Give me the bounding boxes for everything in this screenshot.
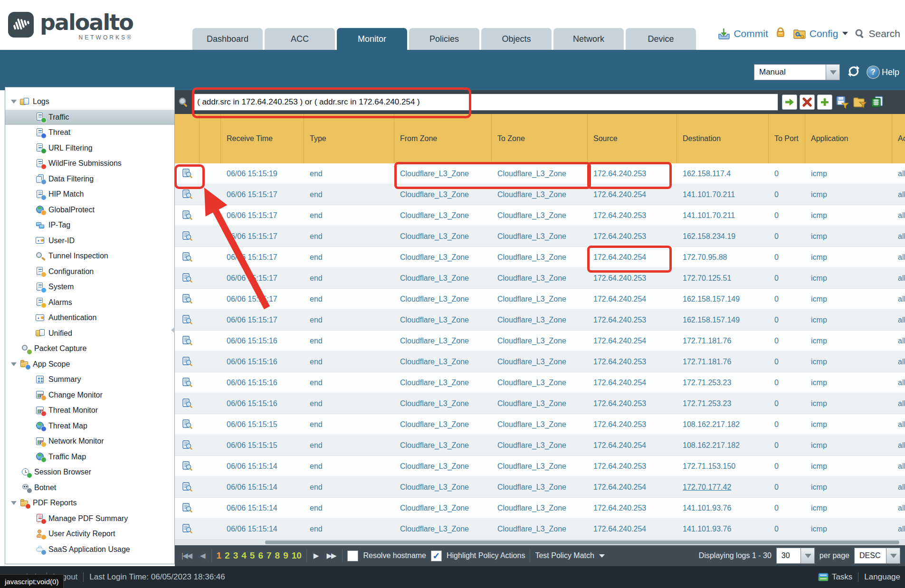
source-link[interactable]: 172.64.240.253	[593, 274, 646, 283]
sidebar-item-change-monitor[interactable]: Change Monitor	[5, 388, 174, 403]
application-link[interactable]: icmp	[811, 379, 827, 387]
page-number-5[interactable]: 5	[250, 550, 255, 561]
log-detail-button[interactable]	[182, 503, 192, 513]
destination-link[interactable]: 172.70.95.88	[683, 253, 727, 262]
application-link[interactable]: icmp	[811, 337, 827, 345]
first-page-button[interactable]: |◀◀	[180, 550, 193, 561]
tab-acc[interactable]: ACC	[265, 28, 335, 50]
action-link[interactable]: allow	[898, 399, 905, 408]
next-page-button[interactable]: ▶	[312, 550, 320, 561]
from-zone-link[interactable]: Cloudflare_L3_Zone	[400, 295, 469, 303]
application-link[interactable]: icmp	[811, 358, 827, 366]
config-menu-button[interactable]: Config	[793, 28, 848, 39]
lock-icon[interactable]	[775, 27, 786, 40]
application-link[interactable]: icmp	[811, 232, 827, 241]
page-number-3[interactable]: 3	[233, 550, 238, 561]
tab-policies[interactable]: Policies	[409, 28, 479, 50]
to-port-link[interactable]: 0	[774, 358, 779, 366]
refresh-mode-select[interactable]: Manual	[754, 64, 840, 80]
log-detail-button[interactable]	[182, 398, 192, 408]
to-port-link[interactable]: 0	[774, 274, 779, 283]
sidebar-item-user-id[interactable]: User-ID	[5, 233, 174, 249]
sidebar-item-manage-pdf-summary[interactable]: Manage PDF Summary	[5, 511, 174, 527]
source-link[interactable]: 172.64.240.253	[593, 420, 646, 429]
application-link[interactable]: icmp	[811, 504, 827, 512]
application-link[interactable]: icmp	[811, 211, 827, 220]
destination-link[interactable]: 162.158.234.19	[683, 232, 735, 241]
from-zone-link[interactable]: Cloudflare_L3_Zone	[400, 504, 469, 512]
to-port-link[interactable]: 0	[774, 316, 779, 324]
destination-link[interactable]: 162.158.157.149	[683, 316, 740, 324]
sort-order-caret[interactable]	[886, 548, 900, 564]
tab-network[interactable]: Network	[553, 28, 624, 50]
log-detail-button[interactable]	[182, 210, 192, 220]
source-link[interactable]: 172.64.240.254	[593, 441, 646, 450]
sidebar-item-botnet[interactable]: Botnet	[5, 480, 174, 496]
column-header-destination[interactable]: Destination	[677, 114, 769, 163]
source-link[interactable]: 172.64.240.254	[593, 483, 646, 492]
source-link[interactable]: 172.64.240.254	[593, 295, 646, 303]
application-link[interactable]: icmp	[811, 316, 827, 324]
destination-link[interactable]: 108.162.217.182	[683, 441, 740, 450]
destination-link[interactable]: 172.71.253.23	[683, 379, 731, 387]
to-zone-link[interactable]: Cloudflare_L3_Zone	[497, 253, 566, 262]
to-zone-link[interactable]: Cloudflare_L3_Zone	[497, 462, 566, 471]
sidebar-item-logs[interactable]: Logs	[5, 94, 174, 110]
sidebar-item-saas-application-usage[interactable]: SaaS Application Usage	[5, 542, 174, 558]
to-zone-link[interactable]: Cloudflare_L3_Zone	[497, 274, 566, 283]
log-detail-button[interactable]	[182, 190, 192, 199]
sidebar-item-system[interactable]: System	[5, 279, 174, 295]
column-header-to-zone[interactable]: To Zone	[492, 114, 588, 163]
resolve-hostname-checkbox[interactable]	[347, 550, 358, 561]
to-zone-link[interactable]: Cloudflare_L3_Zone	[497, 379, 566, 387]
source-link[interactable]: 172.64.240.254	[593, 379, 646, 387]
page-number-10[interactable]: 10	[292, 550, 302, 561]
application-link[interactable]: icmp	[811, 253, 827, 262]
destination-link[interactable]: 141.101.93.76	[683, 504, 731, 512]
to-port-link[interactable]: 0	[774, 232, 779, 241]
action-link[interactable]: allow	[898, 420, 905, 429]
log-detail-button[interactable]	[182, 378, 192, 388]
action-link[interactable]: allow	[898, 483, 905, 492]
commit-button[interactable]: Commit	[718, 28, 768, 39]
page-number-4[interactable]: 4	[241, 550, 247, 561]
action-link[interactable]: allow	[898, 462, 905, 471]
column-header-action[interactable]: Action	[892, 114, 905, 163]
per-page-select[interactable]: 30	[776, 548, 815, 564]
destination-link[interactable]: 172.70.125.51	[683, 274, 731, 283]
page-number-7[interactable]: 7	[267, 550, 272, 561]
application-link[interactable]: icmp	[811, 295, 827, 303]
application-link[interactable]: icmp	[811, 399, 827, 408]
from-zone-link[interactable]: Cloudflare_L3_Zone	[400, 253, 469, 262]
horizontal-scrollbar[interactable]	[175, 540, 905, 545]
sidebar-item-url-filtering[interactable]: URL Filtering	[5, 141, 174, 156]
refresh-mode-caret[interactable]	[826, 64, 840, 80]
source-link[interactable]: 172.64.240.254	[593, 525, 646, 533]
action-link[interactable]: allow	[898, 170, 905, 178]
destination-link[interactable]: 172.71.253.23	[683, 399, 731, 408]
log-detail-button[interactable]	[182, 273, 192, 283]
sidebar-item-app-scope[interactable]: App Scope	[5, 357, 174, 372]
sidebar-item-authentication[interactable]: Authentication	[5, 310, 174, 326]
from-zone-link[interactable]: Cloudflare_L3_Zone	[400, 420, 469, 429]
action-link[interactable]: allow	[898, 211, 905, 220]
save-filter-button[interactable]	[835, 95, 850, 110]
application-link[interactable]: icmp	[811, 170, 827, 178]
apply-filter-button[interactable]	[782, 95, 797, 110]
log-detail-button[interactable]	[182, 252, 192, 262]
log-detail-button[interactable]	[182, 357, 192, 367]
to-port-link[interactable]: 0	[774, 525, 779, 533]
to-port-link[interactable]: 0	[774, 462, 779, 471]
action-link[interactable]: allow	[898, 232, 905, 241]
source-link[interactable]: 172.64.240.253	[593, 232, 646, 241]
from-zone-link[interactable]: Cloudflare_L3_Zone	[400, 170, 469, 178]
source-link[interactable]: 172.64.240.254	[593, 190, 646, 199]
to-zone-link[interactable]: Cloudflare_L3_Zone	[497, 211, 566, 220]
log-detail-button[interactable]	[182, 294, 192, 304]
log-detail-button[interactable]	[182, 482, 192, 492]
sidebar-collapse-handle[interactable]	[171, 327, 175, 333]
destination-link[interactable]: 172.71.181.76	[683, 358, 731, 366]
load-filter-button[interactable]	[852, 95, 867, 110]
search-button[interactable]: Search	[855, 28, 900, 39]
action-link[interactable]: allow	[898, 190, 905, 199]
